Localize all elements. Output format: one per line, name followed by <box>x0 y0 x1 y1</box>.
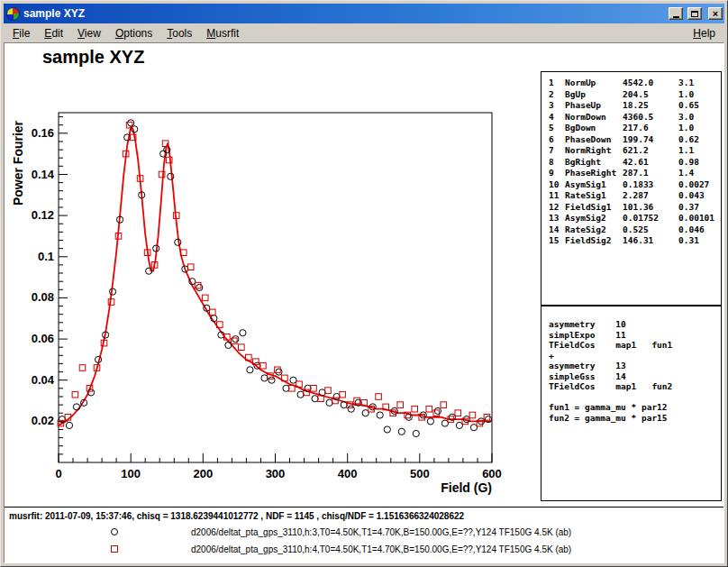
y-axis-title: Power Fourier <box>11 120 25 206</box>
param-no: 10 <box>549 179 565 191</box>
param-name: AsymSig2 <box>565 213 623 224</box>
param-error: 1.0 <box>678 89 721 101</box>
minimize-icon <box>673 16 679 18</box>
legend-open-circle-icon <box>111 528 118 535</box>
theory-line: asymmetry 13 <box>549 361 721 371</box>
param-value: 217.6 <box>623 123 678 134</box>
param-value: 621.2 <box>623 145 678 157</box>
param-no: 13 <box>549 213 565 224</box>
window-frame: sample XYZ × FileEditViewOptionsToolsMus… <box>0 0 728 567</box>
menu-item-file[interactable]: File <box>5 25 37 41</box>
param-no: 7 <box>549 145 565 157</box>
theory-line: asymmetry 10 <box>549 319 721 330</box>
param-no: 9 <box>549 168 565 179</box>
param-no: 8 <box>549 157 565 169</box>
theory-line: TFieldCos map1 fun2 <box>549 381 721 392</box>
x-tick-label: 0 <box>55 467 61 480</box>
legend-label: d2006/deltat_pta_gps_3110,h:4,T0=4.50K,T… <box>191 544 571 554</box>
param-error: 1.4 <box>678 168 721 179</box>
param-name: BgUp <box>565 89 623 101</box>
menu-item-tools[interactable]: Tools <box>159 25 199 41</box>
param-value: 0.01752 <box>623 213 678 224</box>
param-value: 199.74 <box>623 134 678 146</box>
x-tick-label: 200 <box>193 467 213 480</box>
param-row: 12FieldSig1101.360.37 <box>549 202 721 214</box>
y-tick-label: 0.14 <box>32 168 55 181</box>
param-row: 1NormUp4542.03.1 <box>549 78 721 89</box>
param-no: 6 <box>549 134 565 146</box>
y-tick-label: 0.04 <box>32 373 55 387</box>
theory-line: TFieldCos map1 fun1 <box>549 340 721 351</box>
param-no: 5 <box>549 123 565 134</box>
theory-box: asymmetry 10simplExpo 11TFieldCos map1 f… <box>541 306 722 501</box>
theory-line: simplExpo 11 <box>549 330 721 341</box>
menu-item-view[interactable]: View <box>70 25 108 41</box>
param-error: 1.1 <box>678 145 721 157</box>
param-value: 101.36 <box>623 202 678 214</box>
param-error: 0.00101 <box>678 213 721 224</box>
x-tick-label: 300 <box>266 467 286 480</box>
param-name: RateSig1 <box>565 190 623 202</box>
param-row: 2BgUp204.51.0 <box>549 89 721 101</box>
param-name: FieldSig2 <box>565 235 623 247</box>
menu-item-musrfit[interactable]: Musrfit <box>199 25 246 41</box>
param-row: 7NormRight621.21.1 <box>549 145 721 157</box>
window-title: sample XYZ <box>23 7 664 20</box>
param-row: 8BgRight42.610.98 <box>549 157 721 169</box>
maximize-button[interactable] <box>687 7 702 20</box>
x-tick-label: 600 <box>482 467 502 480</box>
menu-item-options[interactable]: Options <box>108 25 159 41</box>
param-error: 3.0 <box>678 112 721 123</box>
info-pane: musrfit: 2011-07-09, 15:37:46, chisq = 1… <box>5 507 723 563</box>
x-axis-title: Field (G) <box>441 480 492 495</box>
plot-frame <box>59 113 492 462</box>
param-no: 3 <box>549 100 565 112</box>
theory-line: simpleGss 14 <box>549 371 721 382</box>
param-error: 0.31 <box>678 235 721 247</box>
y-tick-label: 0.1 <box>38 250 54 263</box>
param-value: 204.5 <box>623 89 678 101</box>
titlebar[interactable]: sample XYZ × <box>4 4 724 23</box>
param-row: 9PhaseRight287.11.4 <box>549 168 721 179</box>
param-value: 18.25 <box>623 100 678 112</box>
param-name: NormDown <box>565 112 623 123</box>
maximize-icon <box>691 11 698 17</box>
param-no: 11 <box>549 190 565 202</box>
param-name: AsymSig1 <box>565 179 623 191</box>
param-no: 14 <box>549 224 565 236</box>
menu-item-edit[interactable]: Edit <box>37 25 70 41</box>
app-icon[interactable] <box>6 7 20 21</box>
y-tick-label: 0.16 <box>32 126 54 140</box>
param-no: 1 <box>549 78 565 89</box>
param-no: 4 <box>549 112 565 123</box>
data-series-1 <box>58 122 490 426</box>
y-tick-label: 0.02 <box>32 414 54 427</box>
param-value: 4360.5 <box>623 112 678 123</box>
param-row: 5BgDown217.61.0 <box>549 123 721 134</box>
y-tick-label: 0.06 <box>32 332 54 345</box>
param-error: 0.0027 <box>678 179 721 191</box>
param-name: BgDown <box>565 123 623 134</box>
x-tick-label: 400 <box>338 467 358 480</box>
menu-item-help[interactable]: Help <box>686 25 723 41</box>
close-button[interactable]: × <box>708 7 723 20</box>
param-row: 15FieldSig2146.310.31 <box>549 235 721 247</box>
param-row: 14RateSig20.5250.046 <box>549 224 721 236</box>
param-row: 11RateSig12.2870.043 <box>549 190 721 202</box>
minimize-button[interactable] <box>669 7 683 20</box>
param-row: 3PhaseUp18.250.65 <box>549 100 721 112</box>
legend-entry: d2006/deltat_pta_gps_3110,h:3,T0=4.50K,T… <box>5 527 723 538</box>
canvas: sample XYZ 01002003004005006000.020.040.… <box>4 42 724 563</box>
fit-status-line: musrfit: 2011-07-09, 15:37:46, chisq = 1… <box>9 511 464 521</box>
param-name: BgRight <box>565 157 623 169</box>
param-name: FieldSig1 <box>565 202 623 214</box>
param-no: 15 <box>549 235 565 247</box>
legend-open-square-icon <box>111 545 118 553</box>
param-value: 4542.0 <box>623 78 678 89</box>
theory-line <box>549 392 721 403</box>
param-name: RateSig2 <box>565 224 623 236</box>
plot-area[interactable]: 01002003004005006000.020.040.060.080.10.… <box>5 43 527 508</box>
param-value: 287.1 <box>623 168 678 179</box>
param-name: PhaseDown <box>565 134 623 146</box>
param-value: 146.31 <box>623 235 678 247</box>
